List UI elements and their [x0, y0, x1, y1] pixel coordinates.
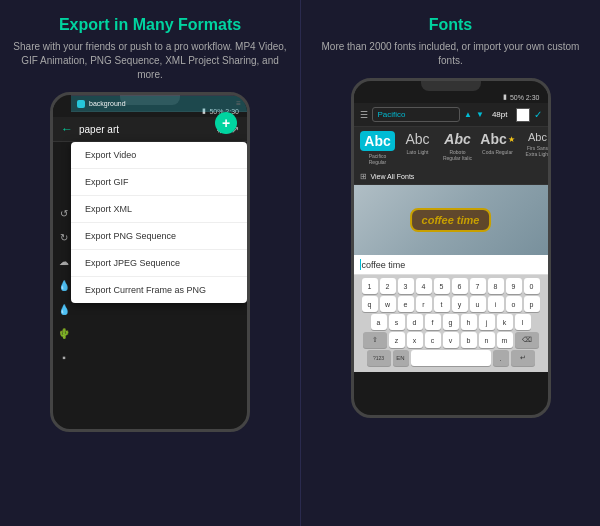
- square-icon: ▪: [56, 352, 72, 368]
- battery-icon-right: ▮: [503, 93, 507, 101]
- kb-m[interactable]: m: [497, 332, 513, 348]
- kb-key-0[interactable]: 0: [524, 278, 540, 294]
- font-card-label-4: Firs SansExtra Light: [526, 145, 548, 157]
- kb-l[interactable]: l: [515, 314, 531, 330]
- check-icon[interactable]: ✓: [534, 109, 542, 120]
- canvas-text: coffee time: [410, 208, 492, 232]
- right-phone: ▮ 50% 2:30 ☰ Pacifico ▲ ▼ 48pt ✓ Abc Pac…: [351, 78, 551, 418]
- chevron-down-icon[interactable]: ▼: [476, 110, 484, 119]
- kb-key-6[interactable]: 6: [452, 278, 468, 294]
- kb-key-7[interactable]: 7: [470, 278, 486, 294]
- kb-t[interactable]: t: [434, 296, 450, 312]
- status-text-right: 50% 2:30: [510, 94, 540, 101]
- back-icon[interactable]: ←: [61, 122, 73, 136]
- right-header: Fonts More than 2000 fonts included, or …: [301, 0, 600, 78]
- kb-row-z: ⇧ z x c v b n m ⌫: [356, 332, 546, 348]
- font-card-4[interactable]: Abc Firs SansExtra Light: [520, 131, 548, 165]
- layer-row[interactable]: background≡: [71, 96, 247, 112]
- kb-a[interactable]: a: [371, 314, 387, 330]
- text-cursor: [360, 259, 361, 270]
- kb-y[interactable]: y: [452, 296, 468, 312]
- project-title: paper art: [79, 124, 210, 135]
- right-title: Fonts: [311, 16, 590, 34]
- kb-g[interactable]: g: [443, 314, 459, 330]
- kb-o[interactable]: o: [506, 296, 522, 312]
- export-video[interactable]: Export Video: [71, 142, 247, 169]
- chevron-up-icon[interactable]: ▲: [464, 110, 472, 119]
- add-layer-button[interactable]: +: [215, 112, 237, 134]
- kb-lang[interactable]: EN: [393, 350, 409, 366]
- phone-notch-right: [421, 81, 481, 91]
- left-panel: Export in Many Formats Share with your f…: [0, 0, 300, 526]
- kb-n[interactable]: n: [479, 332, 495, 348]
- font-card-0[interactable]: Abc PacificoRegular: [360, 131, 396, 165]
- font-size-display[interactable]: 48pt: [488, 108, 512, 121]
- export-gif[interactable]: Export GIF: [71, 169, 247, 196]
- left-phone: ▮ 50% 2:30 ← paper art ⚙ ↗ ↺ ↻ ☁ 💧 💧 🌵 ▪…: [50, 92, 250, 432]
- kb-q[interactable]: q: [362, 296, 378, 312]
- kb-b[interactable]: b: [461, 332, 477, 348]
- fonts-preview: Abc PacificoRegular Abc Lato Light Abc R…: [354, 127, 548, 169]
- fonts-toolbar: ☰ Pacifico ▲ ▼ 48pt ✓: [354, 103, 548, 127]
- kb-d[interactable]: d: [407, 314, 423, 330]
- right-desc: More than 2000 fonts included, or import…: [311, 40, 590, 68]
- kb-c[interactable]: c: [425, 332, 441, 348]
- kb-h[interactable]: h: [461, 314, 477, 330]
- drop-icon: 💧: [56, 280, 72, 296]
- kb-v[interactable]: v: [443, 332, 459, 348]
- kb-s[interactable]: s: [389, 314, 405, 330]
- kb-f[interactable]: f: [425, 314, 441, 330]
- kb-i[interactable]: i: [488, 296, 504, 312]
- export-current-frame[interactable]: Export Current Frame as PNG: [71, 277, 247, 303]
- redo-button[interactable]: ↻: [56, 232, 72, 248]
- font-card-label-1: Lato Light: [407, 149, 429, 155]
- kb-row-numbers: 1 2 3 4 5 6 7 8 9 0: [356, 278, 546, 294]
- font-preview-1: Abc: [405, 131, 429, 147]
- left-header: Export in Many Formats Share with your f…: [0, 0, 300, 92]
- kb-key-1[interactable]: 1: [362, 278, 378, 294]
- kb-e[interactable]: e: [398, 296, 414, 312]
- export-menu: Export Video Export GIF Export XML Expor…: [71, 142, 247, 303]
- font-card-label-2: RobotoRegular Italic: [443, 149, 472, 161]
- kb-space[interactable]: [411, 350, 491, 366]
- text-input-value: coffee time: [362, 260, 406, 270]
- kb-u[interactable]: u: [470, 296, 486, 312]
- undo-button[interactable]: ↺: [56, 208, 72, 224]
- plant-icon: 🌵: [56, 328, 72, 344]
- left-title: Export in Many Formats: [10, 16, 290, 34]
- kb-row-bottom: ?123 EN . ↵: [356, 350, 546, 366]
- kb-key-8[interactable]: 8: [488, 278, 504, 294]
- font-card-label-0: PacificoRegular: [369, 153, 387, 165]
- kb-key-4[interactable]: 4: [416, 278, 432, 294]
- font-name-display[interactable]: Pacifico: [372, 107, 461, 122]
- kb-backspace[interactable]: ⌫: [515, 332, 539, 348]
- drop2-icon: 💧: [56, 304, 72, 320]
- kb-key-9[interactable]: 9: [506, 278, 522, 294]
- kb-z[interactable]: z: [389, 332, 405, 348]
- kb-p[interactable]: p: [524, 296, 540, 312]
- kb-w[interactable]: w: [380, 296, 396, 312]
- kb-j[interactable]: j: [479, 314, 495, 330]
- kb-symbols[interactable]: ?123: [367, 350, 391, 366]
- kb-key-2[interactable]: 2: [380, 278, 396, 294]
- font-card-2[interactable]: Abc RobotoRegular Italic: [440, 131, 476, 165]
- kb-r[interactable]: r: [416, 296, 432, 312]
- export-xml[interactable]: Export XML: [71, 196, 247, 223]
- kb-shift[interactable]: ⇧: [363, 332, 387, 348]
- kb-enter[interactable]: ↵: [511, 350, 535, 366]
- kb-period[interactable]: .: [493, 350, 509, 366]
- export-png-seq[interactable]: Export PNG Sequence: [71, 223, 247, 250]
- export-jpeg-seq[interactable]: Export JPEG Sequence: [71, 250, 247, 277]
- font-card-1[interactable]: Abc Lato Light: [400, 131, 436, 165]
- text-input-row[interactable]: coffee time: [354, 255, 548, 275]
- kb-k[interactable]: k: [497, 314, 513, 330]
- view-all-fonts-label: View All Fonts: [371, 173, 415, 180]
- font-card-3[interactable]: Abc ★ Coda Regular: [480, 131, 516, 165]
- view-all-fonts-row[interactable]: ⊞ View All Fonts: [354, 169, 548, 185]
- font-color-picker[interactable]: [516, 108, 530, 122]
- kb-key-3[interactable]: 3: [398, 278, 414, 294]
- kb-x[interactable]: x: [407, 332, 423, 348]
- menu-icon[interactable]: ☰: [360, 110, 368, 120]
- canvas-preview: coffee time: [354, 185, 548, 255]
- kb-key-5[interactable]: 5: [434, 278, 450, 294]
